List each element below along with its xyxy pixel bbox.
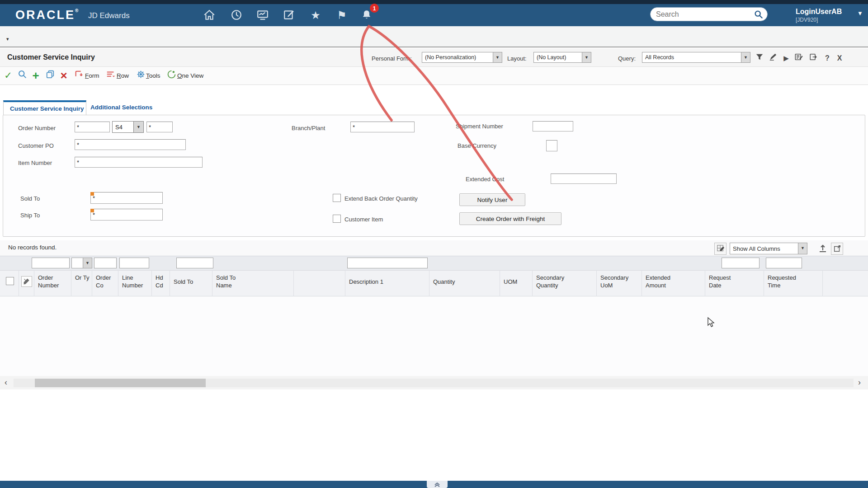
export-grid-icon[interactable] (816, 243, 829, 255)
row-menu-label[interactable]: Row (117, 72, 129, 79)
scrollbar-thumb[interactable] (35, 379, 206, 387)
tools-menu-label[interactable]: Tools (146, 72, 160, 79)
layout-select[interactable]: (No Layout) ▼ (533, 52, 591, 63)
col-secondary-uom[interactable]: Secondary UoM (597, 270, 642, 296)
one-view-menu-label[interactable]: One View (177, 72, 203, 79)
sold-to-input[interactable] (90, 192, 163, 204)
chevron-down-icon[interactable]: ▼ (741, 52, 750, 62)
expand-grid-icon[interactable] (831, 243, 843, 255)
qbe-order-number[interactable] (32, 258, 70, 268)
recent-reports-icon[interactable] (230, 9, 243, 22)
col-hd-cd[interactable]: Hd Cd (152, 270, 170, 296)
show-columns-select[interactable]: Show All Columns ▼ (730, 243, 807, 254)
form-menu-icon[interactable] (73, 70, 85, 81)
collapse-panel-tab[interactable] (427, 481, 448, 488)
col-or-ty[interactable]: Or Ty (71, 270, 92, 296)
help-icon[interactable]: ? (822, 53, 833, 64)
page-title: Customer Service Inquiry (7, 53, 95, 61)
base-currency-input[interactable] (546, 140, 557, 151)
grid-format-icon[interactable] (21, 276, 32, 287)
flag-icon[interactable]: ⚑ (335, 9, 349, 22)
favorites-star-icon[interactable]: ★ (309, 9, 322, 22)
user-menu[interactable]: LoginUserAB (796, 8, 842, 16)
user-caret-icon[interactable]: ▼ (857, 10, 863, 17)
export-doc-icon[interactable] (807, 53, 818, 64)
copy-icon[interactable] (44, 70, 56, 81)
personal-form-select[interactable]: (No Personalization) ▼ (422, 52, 502, 63)
col-sold-to-name[interactable]: Sold To Name (212, 270, 294, 296)
notify-user-button[interactable]: Notify User (459, 193, 525, 206)
carousel-collapse-icon[interactable]: ▾ (6, 36, 9, 42)
global-search-box[interactable] (650, 7, 768, 21)
extended-cost-label: Extended Cost (466, 176, 504, 183)
col-secondary-quantity[interactable]: Secondary Quantity (533, 270, 597, 296)
compose-icon[interactable] (282, 9, 296, 22)
row-menu-icon[interactable] (105, 70, 117, 81)
delete-icon[interactable]: × (58, 70, 70, 81)
add-icon[interactable]: + (30, 70, 42, 81)
search-input[interactable] (656, 9, 744, 19)
home-icon[interactable] (203, 9, 216, 22)
qbe-requested-time[interactable] (766, 258, 802, 268)
search-icon[interactable] (754, 9, 764, 21)
branch-plant-input[interactable] (350, 122, 415, 132)
scroll-left-icon[interactable]: ‹ (5, 378, 7, 387)
chevron-down-icon[interactable]: ▼ (582, 52, 591, 62)
chevron-down-icon[interactable]: ▼ (133, 122, 143, 132)
chevron-down-icon[interactable]: ▼ (83, 258, 92, 268)
col-request-date[interactable]: Request Date (705, 270, 764, 296)
create-order-with-freight-button[interactable]: Create Order with Freight (459, 212, 561, 225)
notes-doc-icon[interactable] (793, 53, 804, 64)
item-number-input[interactable] (75, 157, 203, 168)
order-number-input[interactable] (75, 122, 110, 132)
jde-brand-label: JD Edwards (88, 11, 130, 20)
tab-customer-service-inquiry[interactable]: Customer Service Inquiry (3, 100, 86, 115)
qbe-request-date[interactable] (722, 258, 760, 268)
col-requested-time[interactable]: Requested Time (764, 270, 823, 296)
extended-cost-input[interactable] (551, 174, 617, 184)
qbe-order-type-combo[interactable]: ▼ (71, 258, 92, 268)
query-select[interactable]: All Records ▼ (642, 52, 750, 63)
col-line-number[interactable]: Line Number (118, 270, 152, 296)
qbe-description[interactable] (347, 258, 428, 268)
qbe-order-co[interactable] (94, 258, 117, 268)
select-all-checkbox[interactable] (6, 277, 14, 285)
one-view-icon[interactable] (165, 70, 177, 81)
order-number-to-input[interactable] (146, 122, 173, 132)
watchlist-monitor-icon[interactable] (256, 9, 269, 22)
qbe-line-number[interactable] (119, 258, 149, 268)
filter-icon[interactable] (754, 53, 765, 64)
chevron-down-icon[interactable]: ▼ (798, 243, 807, 254)
col-description-1[interactable]: Description 1 (345, 270, 429, 296)
col-extended-amount[interactable]: Extended Amount (642, 270, 705, 296)
shipment-number-label: Shipment Number (456, 123, 503, 130)
top-strip (0, 0, 868, 4)
grid-status-message: No records found. (8, 244, 57, 251)
shipment-number-input[interactable] (533, 121, 573, 131)
customize-grid-icon[interactable] (714, 243, 726, 255)
tools-gear-icon[interactable] (135, 70, 146, 81)
find-icon[interactable] (16, 70, 28, 81)
col-order-number[interactable]: Order Number (34, 270, 71, 296)
personal-form-label: Personal Form: (372, 55, 412, 62)
col-sold-to[interactable]: Sold To (170, 270, 212, 296)
customer-po-input[interactable] (75, 139, 186, 150)
close-form-icon[interactable]: X (834, 53, 845, 64)
form-menu-label[interactable]: Form (85, 72, 99, 79)
col-uom[interactable]: UOM (500, 270, 533, 296)
run-play-icon[interactable]: ▶ (781, 53, 792, 64)
order-type-combo[interactable]: S4 ▼ (112, 121, 144, 133)
qbe-sold-to[interactable] (176, 258, 213, 268)
extend-back-order-checkbox[interactable] (333, 194, 341, 202)
layout-label: Layout: (507, 55, 527, 62)
scroll-right-icon[interactable]: › (858, 378, 861, 387)
ship-to-input[interactable] (90, 209, 163, 221)
col-quantity[interactable]: Quantity (429, 270, 500, 296)
ok-check-icon[interactable]: ✓ (2, 70, 14, 81)
col-order-co[interactable]: Order Co (92, 270, 118, 296)
tab-additional-selections[interactable]: Additional Selections (87, 100, 161, 115)
chevron-down-icon[interactable]: ▼ (493, 52, 502, 62)
customer-item-checkbox[interactable] (333, 215, 341, 223)
edit-pencil-icon[interactable] (768, 53, 778, 64)
query-label: Query: (618, 55, 636, 62)
